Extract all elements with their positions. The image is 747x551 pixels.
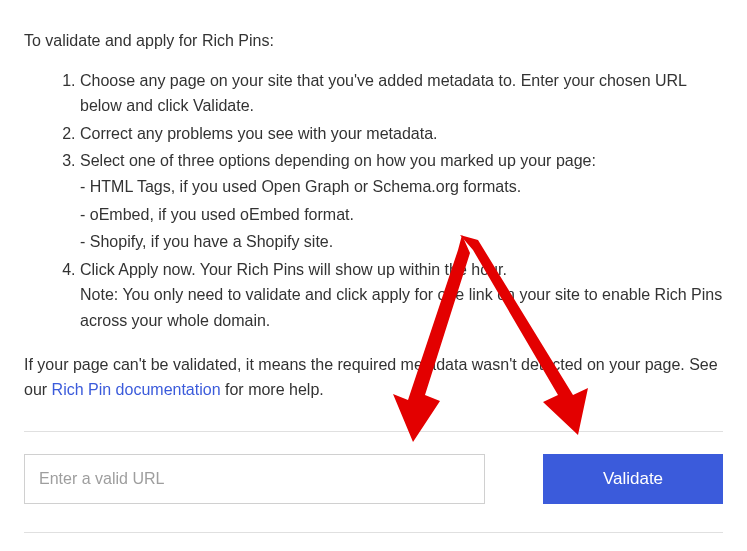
url-input[interactable] [24,454,485,504]
step-3-text: Select one of three options depending on… [80,152,596,169]
step-1: Choose any page on your site that you've… [80,68,723,119]
intro-text: To validate and apply for Rich Pins: [24,28,723,54]
step-3: Select one of three options depending on… [80,148,723,254]
step-3-option-a: HTML Tags, if you used Open Graph or Sch… [80,174,723,200]
footer-after-link: for more help. [221,381,324,398]
validate-button[interactable]: Validate [543,454,723,504]
step-4-note: Note: You only need to validate and clic… [80,282,723,333]
step-4-text: Click Apply now. Your Rich Pins will sho… [80,261,507,278]
divider-bottom [24,532,723,533]
instruction-list: Choose any page on your site that you've… [24,68,723,334]
divider-top [24,431,723,432]
step-4: Click Apply now. Your Rich Pins will sho… [80,257,723,334]
step-3-options: HTML Tags, if you used Open Graph or Sch… [80,174,723,255]
step-3-option-b: oEmbed, if you used oEmbed format. [80,202,723,228]
step-2: Correct any problems you see with your m… [80,121,723,147]
rich-pin-docs-link[interactable]: Rich Pin documentation [52,381,221,398]
footer-paragraph: If your page can't be validated, it mean… [24,352,723,403]
validate-form-row: Validate [24,454,723,504]
step-3-option-c: Shopify, if you have a Shopify site. [80,229,723,255]
